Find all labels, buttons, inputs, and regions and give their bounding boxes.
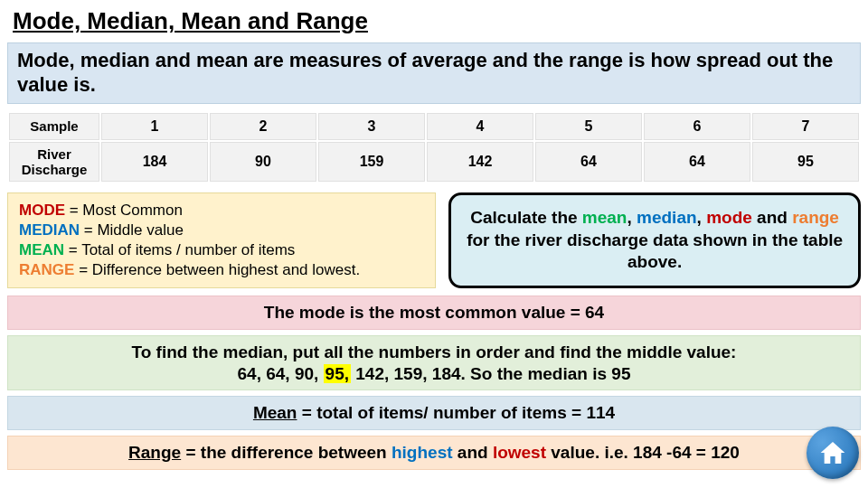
band-range: Range = the difference between highest a…: [7, 436, 861, 470]
data-table: Sample 1 2 3 4 5 6 7 River Discharge 184…: [7, 111, 861, 183]
median-highlight: 95,: [324, 364, 351, 383]
task-callout: Calculate the mean, median, mode and ran…: [448, 192, 861, 288]
band-median: To find the median, put all the numbers …: [7, 335, 861, 391]
page-title: Mode, Median, Mean and Range: [0, 0, 868, 39]
mean-text: = total of items/ number of items = 114: [297, 403, 615, 422]
callout-mean: mean: [582, 208, 627, 227]
def-mean-text: = Total of items / number of items: [64, 241, 295, 258]
term-mean: MEAN: [19, 241, 64, 258]
callout-mode: mode: [706, 208, 752, 227]
callout-post: for the river discharge data shown in th…: [467, 230, 843, 272]
data-cell: 95: [752, 142, 859, 182]
definitions-box: MODE = Most Common MEDIAN = Middle value…: [7, 192, 436, 288]
def-mode-text: = Most Common: [65, 202, 183, 219]
range-pre: = the difference between: [181, 443, 392, 462]
range-post: value. i.e. 184 -64 = 120: [546, 443, 740, 462]
callout-range: range: [792, 208, 839, 227]
sample-col: 5: [535, 113, 642, 140]
data-cell: 159: [318, 142, 425, 182]
sample-col: 6: [644, 113, 750, 140]
data-cell: 142: [427, 142, 533, 182]
intro-statement: Mode, median and mean are measures of av…: [7, 42, 861, 104]
band-mode: The mode is the most common value = 64: [7, 296, 861, 330]
median-line1: To find the median, put all the numbers …: [132, 343, 737, 361]
range-lowest: lowest: [493, 443, 546, 462]
home-icon: [818, 438, 847, 467]
term-mode: MODE: [19, 202, 65, 219]
mean-label: Mean: [253, 403, 297, 422]
callout-median: median: [637, 208, 697, 227]
header-sample-label: Sample: [9, 113, 99, 140]
term-range: RANGE: [19, 261, 74, 278]
sample-col: 2: [210, 113, 316, 140]
def-median-text: = Middle value: [80, 221, 184, 239]
term-median: MEDIAN: [19, 221, 80, 239]
band-mean: Mean = total of items/ number of items =…: [7, 396, 861, 430]
data-cell: 90: [210, 142, 316, 182]
def-range-text: = Difference between highest and lowest.: [74, 261, 360, 278]
row-river-discharge-label: River Discharge: [9, 142, 99, 182]
median-seq-a: 64, 64, 90,: [238, 364, 324, 383]
table-header-row: Sample 1 2 3 4 5 6 7: [9, 113, 859, 140]
range-highest: highest: [392, 443, 453, 462]
sample-col: 1: [101, 113, 208, 140]
sample-col: 3: [318, 113, 425, 140]
data-cell: 64: [644, 142, 750, 182]
data-cell: 64: [535, 142, 642, 182]
home-button[interactable]: [807, 427, 859, 479]
table-data-row: River Discharge 184 90 159 142 64 64 95: [9, 142, 859, 182]
callout-pre: Calculate the: [470, 208, 582, 227]
range-mid: and: [453, 443, 493, 462]
sample-col: 4: [427, 113, 533, 140]
sample-col: 7: [752, 113, 859, 140]
data-cell: 184: [101, 142, 208, 182]
range-label: Range: [128, 443, 181, 462]
median-seq-b: 142, 159, 184. So the median is 95: [351, 364, 630, 383]
